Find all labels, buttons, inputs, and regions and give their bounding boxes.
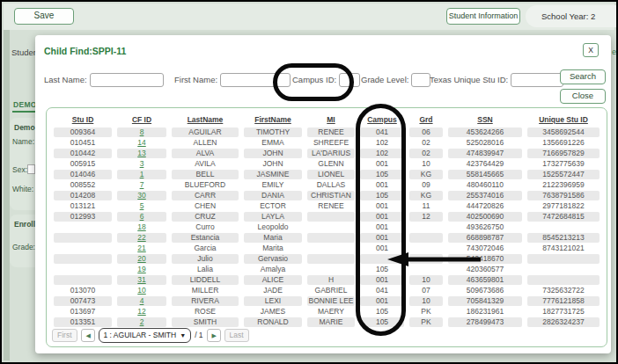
cfid-link[interactable]: 18 bbox=[117, 222, 166, 232]
table-cell bbox=[307, 222, 355, 232]
close-button[interactable]: Close bbox=[560, 89, 606, 104]
table-cell: Gervasio bbox=[244, 254, 302, 264]
column-header[interactable]: FirstName bbox=[244, 115, 302, 124]
page-select[interactable]: 1 : AGUILAR - SMITH▼ bbox=[99, 328, 192, 343]
table-cell: CHRISTIAN bbox=[307, 191, 355, 200]
search-button[interactable]: Search bbox=[560, 69, 606, 84]
table-cell: 102 bbox=[360, 149, 404, 158]
cfid-link[interactable]: 21 bbox=[117, 244, 166, 253]
table-cell: 06 bbox=[409, 127, 443, 137]
table-cell bbox=[54, 222, 112, 232]
table-cell: EMMA bbox=[244, 138, 302, 148]
cfid-link[interactable]: 1 bbox=[117, 170, 166, 179]
cfid-link[interactable]: 19 bbox=[117, 265, 166, 274]
cfid-link[interactable]: 30 bbox=[117, 191, 166, 200]
table-cell: Garcia bbox=[172, 244, 239, 253]
table-cell: 001 bbox=[360, 222, 404, 232]
cfid-link[interactable]: 2 bbox=[117, 317, 166, 327]
column-header[interactable]: MI bbox=[307, 115, 355, 124]
table-cell: 001 bbox=[360, 275, 404, 285]
table-cell: 7776121858 bbox=[527, 296, 600, 306]
table-cell: KG bbox=[409, 191, 443, 200]
sex-field[interactable] bbox=[27, 164, 35, 174]
column-header[interactable]: Unique Stu ID bbox=[527, 115, 600, 124]
first-page-button[interactable]: First bbox=[52, 329, 77, 342]
table-cell: JADE bbox=[244, 286, 302, 295]
table-row: 0074734RIVERALEXIBONNIE LEE0011070584132… bbox=[47, 295, 607, 306]
campus-id-input[interactable] bbox=[339, 73, 360, 87]
table-body: 0093648AGUILARTIMOTHYRENEE04106453624266… bbox=[47, 127, 607, 327]
table-cell: 255374016 bbox=[448, 191, 522, 200]
column-header[interactable]: SSN bbox=[448, 115, 522, 124]
last-page-button[interactable]: Last bbox=[224, 329, 249, 342]
table-cell: 10 bbox=[409, 275, 443, 285]
last-name-input[interactable] bbox=[90, 73, 164, 87]
cfid-link[interactable]: 7 bbox=[117, 180, 166, 190]
cfid-link[interactable]: 20 bbox=[117, 254, 166, 264]
table-cell: 444720826 bbox=[448, 201, 522, 211]
prev-page-icon[interactable]: ◀ bbox=[81, 329, 95, 342]
table-cell bbox=[54, 275, 112, 285]
table-cell: 041 bbox=[360, 127, 404, 137]
table-cell bbox=[307, 233, 355, 243]
page-select-value: 1 : AGUILAR - SMITH bbox=[104, 331, 177, 339]
table-cell: 041 bbox=[360, 286, 404, 295]
table-cell bbox=[54, 233, 112, 243]
column-header[interactable]: Grd bbox=[409, 115, 443, 124]
column-header[interactable]: Campus bbox=[360, 115, 404, 124]
cfid-link[interactable]: 4 bbox=[117, 296, 166, 306]
column-header[interactable]: LastName bbox=[172, 115, 239, 124]
table-row: 0131215CHENECTORRENEE0011144472082629771… bbox=[47, 200, 607, 211]
table-cell: 013121 bbox=[54, 201, 112, 211]
table-cell: 012993 bbox=[54, 212, 112, 222]
cfid-link[interactable]: 8 bbox=[117, 127, 166, 137]
table-cell bbox=[409, 244, 443, 253]
name-label: Name: bbox=[12, 137, 34, 146]
demographics-panel-title: Demo bbox=[14, 123, 35, 132]
table-cell: JAMES bbox=[244, 307, 302, 317]
close-icon[interactable]: X bbox=[583, 43, 599, 57]
table-cell bbox=[54, 265, 112, 274]
cfid-link[interactable]: 22 bbox=[117, 233, 166, 243]
table-cell: 11 bbox=[409, 201, 443, 211]
cfid-link[interactable]: 12 bbox=[117, 307, 166, 317]
next-page-icon[interactable]: ▶ bbox=[207, 329, 221, 342]
column-header[interactable]: Stu ID bbox=[54, 115, 112, 124]
unique-stu-id-input[interactable] bbox=[511, 73, 563, 87]
cfid-link[interactable]: 14 bbox=[117, 138, 166, 148]
column-header[interactable]: CF ID bbox=[117, 115, 166, 124]
table-cell bbox=[307, 265, 355, 274]
cfid-link[interactable]: 3 bbox=[117, 159, 166, 169]
cfid-link[interactable]: 31 bbox=[117, 275, 166, 285]
table-row: 0129936CRUZLAYLA001124025006907472684815 bbox=[47, 211, 607, 222]
save-button[interactable]: Save bbox=[14, 8, 74, 25]
table-row: 20JulioGervasio542418670 bbox=[47, 253, 607, 264]
table-cell: 001 bbox=[360, 244, 404, 253]
cfid-link[interactable]: 13 bbox=[117, 149, 166, 158]
table-cell bbox=[527, 275, 600, 285]
cfid-link[interactable]: 6 bbox=[117, 212, 166, 222]
white-label: White: bbox=[12, 185, 33, 193]
table-cell bbox=[54, 244, 112, 253]
application-window: Save Student Information School Year: 2 … bbox=[0, 0, 618, 364]
table-cell: 7325632722 bbox=[527, 286, 600, 295]
table-cell: H bbox=[307, 275, 355, 285]
unique-stu-id-group: Texas Unique Stu ID: bbox=[430, 71, 563, 86]
cfid-link[interactable]: 5 bbox=[117, 201, 166, 211]
table-row: 01044213ALVAJOHNLA'DARIUS102024748399477… bbox=[47, 148, 607, 158]
table-cell bbox=[409, 233, 443, 243]
first-name-input[interactable] bbox=[220, 73, 291, 87]
table-cell: 008552 bbox=[54, 180, 112, 190]
table-cell: 3458692544 bbox=[527, 127, 600, 137]
table-cell: 010442 bbox=[54, 149, 112, 158]
table-cell: 013697 bbox=[54, 307, 112, 317]
table-row: 0093648AGUILARTIMOTHYRENEE04106453624266… bbox=[47, 127, 607, 137]
cfid-link[interactable]: 10 bbox=[117, 286, 166, 295]
table-cell: 001 bbox=[360, 233, 404, 243]
grade-level-input[interactable] bbox=[411, 73, 430, 87]
table-cell: CHEN bbox=[172, 201, 239, 211]
student-information-button[interactable]: Student Information bbox=[446, 8, 520, 25]
table-row: 31LIDDELLALICEH00110463659801 bbox=[47, 274, 607, 285]
table-cell: AVILA bbox=[172, 159, 239, 169]
table-cell: Estancia bbox=[172, 233, 239, 243]
